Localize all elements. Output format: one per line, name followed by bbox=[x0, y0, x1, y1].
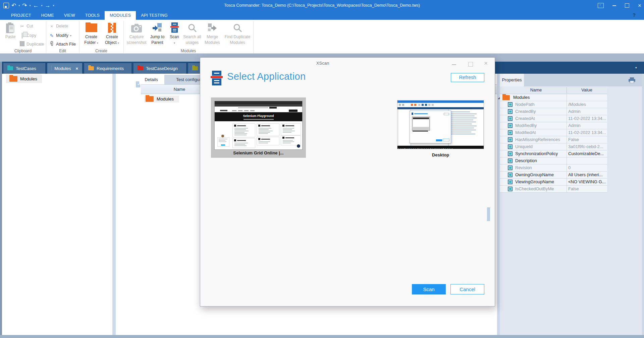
back-dropdown-icon[interactable]: ▾ bbox=[41, 4, 43, 7]
copy-icon bbox=[19, 33, 25, 38]
property-row[interactable]: IsCheckedOutByMe False bbox=[500, 186, 607, 193]
doc-tab-testcasedesign[interactable]: TestCaseDesign bbox=[133, 63, 186, 74]
property-row[interactable]: ModifiedAt 11-02-2022 13:34... bbox=[500, 129, 607, 136]
details-row-modules[interactable]: Modules bbox=[141, 94, 179, 103]
delete-button[interactable]: ×Delete bbox=[49, 23, 68, 29]
tab-overflow-chevron-icon[interactable]: ▾ bbox=[635, 66, 637, 69]
ribbon-tab-bar: PROJECT HOME VIEW TOOLS MODULES API TEST… bbox=[0, 11, 644, 20]
cut-button[interactable]: ✂Cut bbox=[19, 23, 33, 29]
save-icon[interactable] bbox=[3, 3, 9, 8]
dialog-close-icon[interactable]: × bbox=[484, 60, 488, 67]
folder-icon bbox=[138, 66, 143, 70]
scan-button[interactable]: Scan bbox=[412, 284, 446, 294]
attach-file-button[interactable]: Attach File bbox=[49, 41, 76, 48]
create-folder-dropdown-icon[interactable]: ▾ bbox=[97, 42, 98, 45]
merge-modules-button[interactable]: Merge Modules bbox=[203, 20, 222, 45]
forward-icon[interactable]: → bbox=[45, 3, 51, 8]
copy-button[interactable]: Copy bbox=[19, 32, 36, 39]
ribbon-tab-modules[interactable]: MODULES bbox=[105, 11, 136, 20]
attribute-icon bbox=[508, 151, 513, 156]
selenium-playground-heading: Selenium Playground bbox=[215, 115, 302, 118]
column-header-name[interactable]: Name bbox=[505, 86, 567, 94]
column-header-value[interactable]: Value bbox=[567, 86, 607, 94]
minimize-icon[interactable] bbox=[612, 5, 616, 6]
title-bar: ↶ ▾ ↷ ▾ ← ▾ → ▾ Tosca Commander: Tosca_D… bbox=[0, 0, 644, 11]
scan-icon bbox=[167, 22, 182, 34]
property-row[interactable]: CreatedBy Admin bbox=[500, 108, 607, 115]
tree-item-modules[interactable]: Modules bbox=[6, 74, 42, 83]
redo-dropdown-icon[interactable]: ▾ bbox=[30, 4, 31, 7]
scan-button-ribbon[interactable]: Scan ▾ bbox=[167, 20, 182, 45]
app-thumbnail-selenium[interactable]: Selenium Playground bbox=[211, 97, 306, 158]
search-icon bbox=[182, 22, 202, 34]
camera-icon bbox=[125, 22, 148, 34]
dialog-minimize-icon[interactable] bbox=[452, 64, 456, 65]
properties-table: Modules NodePath /Modules CreatedBy Admi… bbox=[500, 94, 607, 193]
ribbon-tab-home[interactable]: HOME bbox=[36, 11, 59, 20]
tab-close-icon[interactable]: × bbox=[75, 66, 78, 71]
property-row[interactable]: Revision 0 bbox=[500, 164, 607, 172]
ribbon-tab-api-testing[interactable]: API TESTING bbox=[136, 11, 173, 20]
find-duplicate-modules-button[interactable]: Find Duplicate Modules bbox=[223, 20, 252, 45]
doc-tab-modules[interactable]: Modules × bbox=[47, 63, 82, 74]
app-thumbnail-desktop[interactable] bbox=[397, 100, 484, 149]
group-label-create: Create bbox=[79, 49, 123, 53]
modules-tree-panel: Modules bbox=[2, 74, 112, 335]
cancel-button[interactable]: Cancel bbox=[450, 284, 484, 294]
dialog-maximize-icon[interactable] bbox=[468, 62, 473, 67]
group-label-modules: Modules bbox=[123, 49, 253, 53]
refresh-button[interactable]: Refresh bbox=[451, 73, 484, 82]
property-row[interactable]: OwningGroupName All Users (inheri... bbox=[500, 172, 607, 179]
modify-button[interactable]: ✎ Modify▾ bbox=[49, 32, 71, 39]
property-row[interactable]: HasMissingReferences False bbox=[500, 136, 607, 143]
right-scrollbar-strip[interactable] bbox=[642, 74, 644, 335]
undo-icon[interactable]: ↶ bbox=[11, 3, 16, 8]
dialog-heading: Select Application bbox=[227, 71, 306, 82]
jump-to-parent-icon bbox=[148, 22, 166, 34]
undo-dropdown-icon[interactable]: ▾ bbox=[18, 4, 20, 7]
capture-screenshot-button[interactable]: Capture screenshot bbox=[125, 20, 148, 45]
redo-icon[interactable]: ↷ bbox=[22, 3, 27, 8]
back-icon[interactable]: ← bbox=[33, 3, 39, 8]
property-row[interactable]: Modules bbox=[500, 94, 607, 101]
panel-splitter[interactable] bbox=[497, 74, 500, 335]
help-icon[interactable]: ? bbox=[633, 12, 636, 18]
folder-icon bbox=[502, 95, 510, 100]
property-row[interactable]: ViewingGroupName <NO VIEWING G... bbox=[500, 179, 607, 186]
search-all-usages-button[interactable]: Search all usages bbox=[182, 20, 202, 45]
create-folder-button[interactable]: Create Folder ▾ bbox=[82, 20, 101, 45]
tosca-commander-window: ↶ ▾ ↷ ▾ ← ▾ → ▾ Tosca Commander: Tosca_D… bbox=[0, 0, 644, 338]
ribbon-tab-project[interactable]: PROJECT bbox=[6, 11, 36, 20]
panel-splitter[interactable] bbox=[112, 74, 116, 335]
ribbon-display-options-icon[interactable] bbox=[598, 3, 604, 8]
create-object-button[interactable]: Create Object ▾ bbox=[103, 20, 121, 45]
property-row[interactable]: Description bbox=[500, 157, 607, 164]
properties-header: Properties bbox=[500, 74, 642, 86]
printer-icon[interactable] bbox=[629, 77, 635, 84]
modify-dropdown-icon[interactable]: ▾ bbox=[70, 34, 71, 37]
close-icon[interactable]: × bbox=[638, 3, 641, 8]
attribute-icon bbox=[508, 102, 513, 107]
tab-details[interactable]: Details bbox=[139, 75, 163, 84]
property-row[interactable]: NodePath /Modules bbox=[500, 101, 607, 108]
maximize-icon[interactable] bbox=[625, 3, 629, 8]
properties-column-headers: Name Value bbox=[500, 86, 607, 94]
tab-properties[interactable]: Properties bbox=[500, 74, 524, 86]
ribbon-tab-view[interactable]: VIEW bbox=[59, 11, 80, 20]
property-row[interactable]: ModifiedBy Admin bbox=[500, 122, 607, 129]
paste-button[interactable]: Paste bbox=[3, 20, 18, 40]
property-row[interactable]: CreatedAt 11-02-2022 13:34... bbox=[500, 115, 607, 122]
scan-dropdown-icon[interactable]: ▾ bbox=[174, 42, 175, 45]
property-row[interactable]: SynchronizationPolicy CustomizableDe... bbox=[500, 150, 607, 157]
doc-tab-testcases[interactable]: TestCases bbox=[3, 63, 45, 74]
dialog-scrollbar-thumb[interactable] bbox=[487, 207, 490, 221]
create-object-dropdown-icon[interactable]: ▾ bbox=[118, 42, 119, 45]
jump-to-parent-button[interactable]: Jump to Parent bbox=[148, 20, 166, 45]
forward-dropdown-icon[interactable]: ▾ bbox=[53, 4, 54, 7]
duplicate-button[interactable]: Duplicate bbox=[19, 41, 44, 48]
expander-icon[interactable] bbox=[498, 97, 500, 99]
ribbon-tab-tools[interactable]: TOOLS bbox=[80, 11, 105, 20]
folder-icon bbox=[88, 66, 94, 70]
doc-tab-requirements[interactable]: Requirements bbox=[84, 63, 131, 74]
property-row[interactable]: UniqueId 3a01f9fc-cebd-2... bbox=[500, 143, 607, 150]
